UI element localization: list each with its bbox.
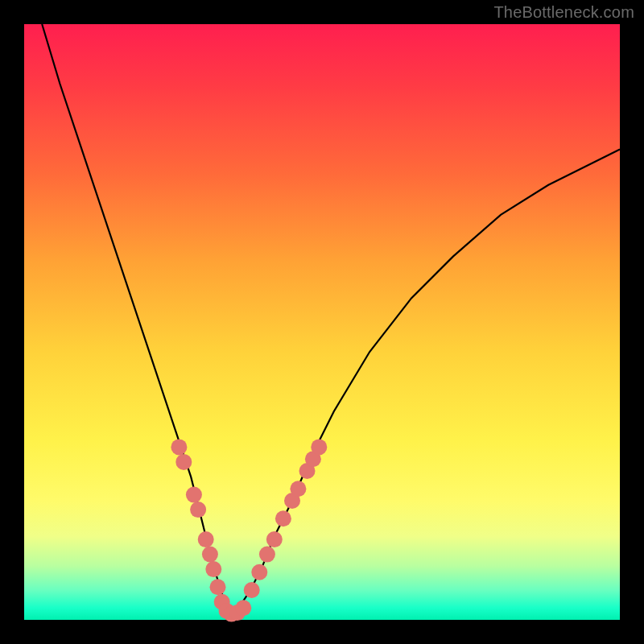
data-marker xyxy=(259,547,275,563)
data-marker xyxy=(171,439,187,455)
bottleneck-curve xyxy=(42,24,620,615)
data-marker xyxy=(190,502,206,518)
data-marker xyxy=(251,564,267,580)
chart-frame: TheBottleneck.com xyxy=(0,0,644,644)
watermark-text: TheBottleneck.com xyxy=(493,3,634,22)
data-marker xyxy=(275,510,291,526)
data-marker xyxy=(205,561,221,577)
data-markers-group xyxy=(171,439,327,621)
data-marker xyxy=(186,487,202,503)
data-marker xyxy=(210,579,226,595)
data-marker xyxy=(266,531,283,547)
plot-area xyxy=(24,24,620,620)
data-marker xyxy=(290,481,306,497)
data-marker xyxy=(235,600,251,616)
data-marker xyxy=(175,454,192,470)
data-marker xyxy=(198,531,214,547)
data-marker xyxy=(311,439,327,455)
chart-svg xyxy=(24,24,620,620)
data-marker xyxy=(244,582,260,598)
data-marker xyxy=(202,547,218,563)
